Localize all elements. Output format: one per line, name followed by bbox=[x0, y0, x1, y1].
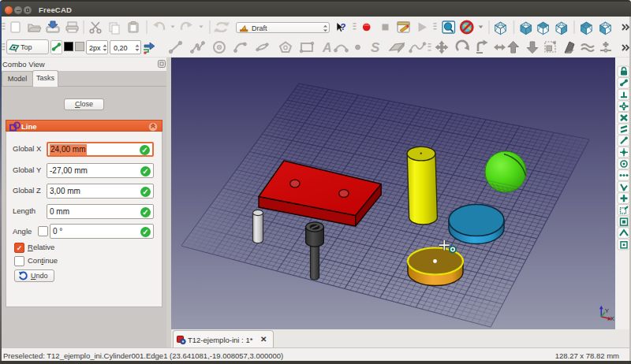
svg-text:?: ? bbox=[341, 22, 346, 32]
svg-text:Y: Y bbox=[605, 307, 610, 314]
svg-text:S: S bbox=[371, 40, 380, 55]
svg-text:A: A bbox=[322, 41, 332, 54]
svg-text:X: X bbox=[610, 315, 615, 322]
